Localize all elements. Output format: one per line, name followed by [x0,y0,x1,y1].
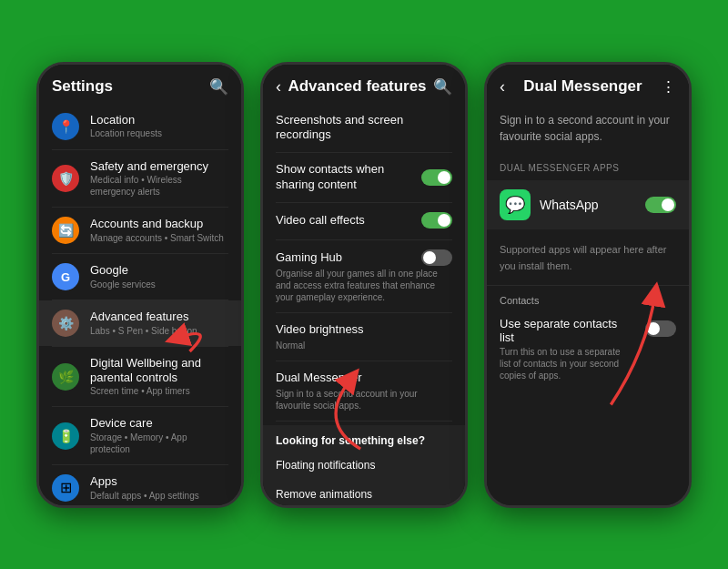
advanced-item-video-call[interactable]: Video call effects [263,203,465,239]
screen-2-back-icon[interactable]: ‹ [276,77,281,97]
screen-2-title: Advanced features [288,77,426,96]
screen-2-header: ‹ Advanced features 🔍 [263,65,465,104]
accounts-title: Accounts and backup [90,217,228,231]
phone-1: Settings 🔍 📍 Location Location requests … [36,62,244,508]
device-title: Device care [90,416,228,431]
show-contacts-title: Show contacts when sharing content [276,162,421,193]
looking-section: Looking for something else? Floating not… [263,425,465,505]
dual-messenger-sub: Sign in to a second account in your favo… [276,388,452,412]
advanced-item-dual[interactable]: Dual Messenger Sign in to a second accou… [263,361,465,421]
supported-text-area: Supported apps will appear here after yo… [487,233,689,286]
settings-item-location[interactable]: 📍 Location Location requests [39,104,241,149]
apps-title: Apps [90,474,228,489]
device-icon: 🔋 [52,422,79,450]
settings-item-safety[interactable]: 🛡️ Safety and emergency Medical info • W… [39,150,241,208]
advanced-subtitle: Labs • S Pen • Side button [90,325,228,337]
settings-item-apps[interactable]: ⊞ Apps Default apps • App settings [39,465,241,505]
settings-item-advanced[interactable]: ⚙️ Advanced features Labs • S Pen • Side… [39,300,241,346]
location-text: Location Location requests [90,113,228,140]
settings-item-google[interactable]: G Google Google services [39,254,241,300]
location-icon: 📍 [52,113,79,140]
safety-icon: 🛡️ [52,165,79,192]
screen-1-search-icon[interactable]: 🔍 [209,77,228,97]
screen-2: ‹ Advanced features 🔍 Screenshots and sc… [263,65,465,505]
advanced-item-brightness[interactable]: Video brightness Normal [263,313,465,361]
screen-1: Settings 🔍 📍 Location Location requests … [39,65,241,505]
apps-icon: ⊞ [52,474,79,502]
video-call-title: Video call effects [276,213,365,229]
screen-2-search-icon[interactable]: 🔍 [433,77,452,97]
remove-animations-item[interactable]: Remove animations [263,480,465,505]
remove-anim-label: Remove animations [276,488,372,501]
supported-text: Supported apps will appear here after yo… [500,244,666,271]
device-text: Device care Storage • Memory • App prote… [90,416,228,455]
advanced-item-contacts[interactable]: Show contacts when sharing content [263,153,465,202]
accounts-text: Accounts and backup Manage accounts • Sm… [90,217,228,244]
google-icon: G [52,263,79,290]
gaming-hub-title: Gaming Hub [276,250,342,266]
location-title: Location [90,113,228,127]
contacts-item[interactable]: Use separate contacts list Turn this on … [487,310,689,389]
contacts-title: Use separate contacts list [500,317,631,344]
dual-description: Sign in to a second account in your favo… [487,104,689,157]
dual-apps-section-header: Dual Messenger apps [487,156,689,177]
advanced-item-screenshots[interactable]: Screenshots and screen recordings [263,104,465,153]
screen-1-title: Settings [52,77,113,96]
google-subtitle: Google services [90,279,228,290]
screen-1-header: Settings 🔍 [39,65,241,104]
whatsapp-toggle[interactable] [645,197,676,213]
gaming-hub-toggle[interactable] [421,249,452,266]
contacts-section-header: Contacts [487,286,689,310]
safety-text: Safety and emergency Medical info • Wire… [90,159,228,198]
google-title: Google [90,263,228,278]
gaming-hub-subtitle: Organise all your games all in one place… [276,268,452,303]
advanced-item-gaming[interactable]: Gaming Hub Organise all your games all i… [263,240,465,312]
advanced-icon: ⚙️ [52,310,79,337]
apps-subtitle: Default apps • App settings [90,490,228,502]
screen-3-back-icon[interactable]: ‹ [500,77,505,97]
dual-messenger-list: Sign in to a second account in your favo… [487,104,689,505]
contacts-toggle[interactable] [645,320,676,337]
screen-3-title: Dual Messenger [523,77,642,96]
device-subtitle: Storage • Memory • App protection [90,432,228,455]
floating-notifications-item[interactable]: Floating notifications [263,451,465,480]
google-text: Google Google services [90,263,228,290]
advanced-title: Advanced features [90,310,228,324]
video-call-toggle[interactable] [421,212,452,229]
phone-2: ‹ Advanced features 🔍 Screenshots and sc… [260,62,468,508]
safety-title: Safety and emergency [90,159,228,174]
looking-title: Looking for something else? [263,425,465,451]
advanced-text: Advanced features Labs • S Pen • Side bu… [90,310,228,337]
whatsapp-name: WhatsApp [540,198,636,212]
accounts-subtitle: Manage accounts • Smart Switch [90,232,228,244]
whatsapp-row[interactable]: 💬 WhatsApp [487,180,689,229]
settings-item-accounts[interactable]: 🔄 Accounts and backup Manage accounts • … [39,208,241,253]
digital-subtitle: Screen time • App timers [90,385,228,397]
video-brightness-title: Video brightness [276,322,452,338]
dual-messenger-title: Dual Messenger [276,371,452,386]
settings-list-1: 📍 Location Location requests 🛡️ Safety a… [39,104,241,505]
screen-3-header: ‹ Dual Messenger ⋮ [487,65,689,104]
phone-3: ‹ Dual Messenger ⋮ Sign in to a second a… [484,62,692,508]
show-contacts-toggle[interactable] [421,169,452,186]
contacts-subtitle: Turn this on to use a separate list of c… [500,346,631,381]
location-subtitle: Location requests [90,127,228,139]
digital-text: Digital Wellbeing and parental controls … [90,356,228,397]
settings-item-digital[interactable]: 🌿 Digital Wellbeing and parental control… [39,347,241,406]
screen-3: ‹ Dual Messenger ⋮ Sign in to a second a… [487,65,689,505]
screen-3-more-icon[interactable]: ⋮ [661,77,676,97]
accounts-icon: 🔄 [52,217,79,244]
digital-title: Digital Wellbeing and parental controls [90,356,228,384]
settings-item-device[interactable]: 🔋 Device care Storage • Memory • App pro… [39,407,241,464]
advanced-list: Screenshots and screen recordings Show c… [263,104,465,505]
screenshots-title: Screenshots and screen recordings [276,113,452,144]
apps-text: Apps Default apps • App settings [90,474,228,502]
safety-subtitle: Medical info • Wireless emergency alerts [90,174,228,198]
dual-desc-text: Sign in to a second account in your favo… [500,114,670,144]
digital-icon: 🌿 [52,363,79,391]
whatsapp-icon: 💬 [500,189,531,220]
floating-notif-label: Floating notifications [276,459,375,472]
video-brightness-sub: Normal [276,340,452,351]
